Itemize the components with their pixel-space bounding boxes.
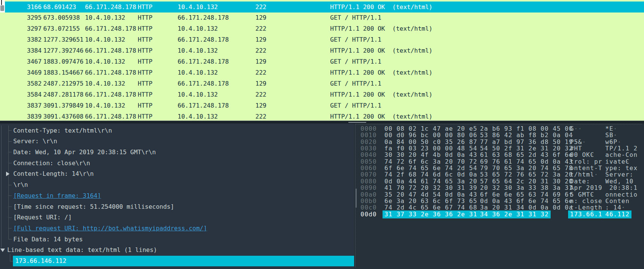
- hex-bytes: 2a b6 93 f1 08 00 45 00: [480, 126, 573, 132]
- hex-row[interactable]: 00b06e 3a 20 63 6c 6f 73 650d 0a 43 6f 6…: [361, 198, 643, 205]
- hex-row[interactable]: 004030 30 20 4f 4b 0d 0a 4361 63 68 65 2…: [361, 152, 643, 158]
- hex-bytes: 3a 20 31 34 0d 0a 0d 0a: [480, 205, 573, 211]
- pane-splitter-handle[interactable]: [348, 122, 366, 123]
- tree-item[interactable]: [Request in frame: 3164]: [0, 190, 354, 201]
- tree-item-label: Content-Length: 14\r\n: [13, 171, 94, 177]
- expander-collapsed-icon[interactable]: [6, 172, 9, 176]
- tree-scrollbar-thumb[interactable]: [356, 189, 357, 208]
- tree-item-label: File Data: 14 bytes: [13, 236, 83, 242]
- hex-ascii: ache-Con: [605, 152, 638, 158]
- selected-value-label: 173.66.146.112: [15, 258, 66, 264]
- hex-ascii: ····G· ·: [570, 126, 578, 132]
- tree-item[interactable]: Date: Wed, 10 Apr 2019 20:38:15 GMT\r\n: [0, 147, 354, 158]
- packet-cell-info: HTTP/1.1 200 OK (text/html): [330, 114, 433, 120]
- packet-cell-protocol: HTTP: [138, 4, 153, 10]
- packet-cell-protocol: HTTP: [138, 48, 153, 54]
- packet-cell-length: 222: [255, 48, 266, 54]
- expander-expanded-icon[interactable]: [0, 249, 5, 252]
- nonprintable-dot: ·: [625, 159, 630, 165]
- hex-ascii: : 14····: [605, 205, 622, 211]
- tree-item-label: Connection: close\r\n: [13, 160, 90, 166]
- hex-row[interactable]: 009041 70 72 20 32 30 31 3920 32 30 3a 3…: [361, 185, 643, 191]
- hex-ascii: 46.112: [603, 210, 631, 218]
- nonprintable-dot: ·: [590, 192, 594, 198]
- tree-branch-tick: [8, 185, 12, 185]
- hex-offset: 0030: [361, 145, 377, 152]
- packet-cell-time: 1883.097476: [43, 59, 83, 65]
- packet-cell-protocol: HTTP: [138, 37, 153, 43]
- packet-cell-protocol: HTTP: [138, 81, 153, 87]
- packet-row[interactable]: 33841277.39274666.171.248.178HTTP10.4.10…: [0, 45, 644, 56]
- packet-cell-protocol: HTTP: [138, 26, 153, 32]
- hex-row[interactable]: 00d031 37 33 2e 36 36 2e 3134 36 2e 31 3…: [361, 211, 643, 218]
- packet-row[interactable]: 34671883.09747610.4.10.132HTTP66.171.248…: [0, 56, 644, 67]
- packet-cell-no: 3297: [27, 26, 42, 32]
- hex-row[interactable]: 0030fa f0 03 23 00 00 48 5454 50 2f 31 2…: [361, 145, 643, 152]
- packet-row[interactable]: 38393091.43760866.171.248.178HTTP10.4.10…: [0, 111, 644, 122]
- packet-cell-destination: 66.171.248.178: [178, 81, 229, 87]
- tree-item[interactable]: \r\n: [0, 180, 354, 191]
- packet-cell-source: 10.4.10.132: [85, 59, 125, 65]
- hex-row[interactable]: 00200a 84 00 50 c0 35 26 8777 a7 bd 97 3…: [361, 139, 643, 145]
- hex-bytes: fa f0 03 23 00 00 48 54: [384, 145, 477, 152]
- nonprintable-dot: ·: [570, 139, 574, 145]
- packet-row[interactable]: 316668.69142366.171.248.178HTTP10.4.10.1…: [0, 2, 644, 13]
- packet-cell-protocol: HTTP: [138, 70, 153, 76]
- tree-item-label: Server: \r\n: [13, 138, 57, 144]
- packet-list-pane[interactable]: 316668.69142366.171.248.178HTTP10.4.10.1…: [0, 0, 644, 121]
- tree-item[interactable]: Content-Type: text/html\r\n: [0, 125, 354, 136]
- tree-item[interactable]: Connection: close\r\n: [0, 158, 354, 169]
- tree-branch-tick: [8, 217, 12, 218]
- hex-offset: 0060: [361, 165, 377, 171]
- hex-bytes: 79 70 65 3a 20 74 65 78: [480, 165, 573, 171]
- packet-cell-time: 673.005938: [43, 15, 80, 21]
- packet-row[interactable]: 35822487.21297510.4.10.132HTTP66.171.248…: [0, 78, 644, 89]
- hex-row[interactable]: 007074 2f 68 74 6d 6c 0d 0a53 65 72 76 6…: [361, 171, 643, 178]
- tree-item-link[interactable]: [Request in frame: 3164]: [13, 193, 101, 199]
- packet-row[interactable]: 3295673.00593810.4.10.132HTTP66.171.248.…: [0, 13, 644, 23]
- packet-cell-no: 3582: [27, 81, 42, 87]
- nonprintable-dot: ·: [594, 172, 598, 178]
- packet-cell-length: 222: [255, 26, 266, 32]
- tree-item[interactable]: [Time since request: 51.254000 milliseco…: [0, 201, 354, 212]
- packet-cell-protocol: HTTP: [138, 114, 153, 120]
- hex-ascii: 5 GMT··C: [570, 192, 594, 198]
- hex-row[interactable]: 00a035 20 47 4d 54 0d 0a 436f 6e 6e 65 6…: [361, 191, 643, 198]
- packet-cell-source: 10.4.10.132: [85, 103, 125, 109]
- nonprintable-dot: ·: [613, 139, 617, 145]
- packet-cell-destination: 66.171.248.178: [178, 37, 229, 43]
- tree-item[interactable]: Server: \r\n: [0, 136, 354, 147]
- hex-ascii: t/html··: [570, 172, 594, 178]
- tree-item[interactable]: File Data: 14 bytes: [0, 234, 354, 245]
- tree-selected-value-row[interactable]: 173.66.146.112: [13, 256, 354, 266]
- packet-cell-length: 129: [255, 103, 266, 109]
- hex-bytes: 74 72 6f 6c 3a 20 70 72: [384, 159, 477, 165]
- tree-item[interactable]: [Request URI: /]: [0, 212, 354, 223]
- hex-bytes: 77 a7 bd 97 36 d8 50 19: [480, 139, 573, 145]
- hex-bytes: 69 76 61 74 65 0d 0a 43: [480, 159, 573, 165]
- packet-row[interactable]: 38373091.37984910.4.10.132HTTP66.171.248…: [0, 100, 644, 111]
- tree-item[interactable]: Content-Length: 14\r\n: [0, 169, 354, 180]
- packet-cell-time: 68.691423: [43, 4, 76, 10]
- packet-row[interactable]: 3297673.07215566.171.248.178HTTP10.4.10.…: [0, 23, 644, 34]
- tree-item[interactable]: Line-based text data: text/html (1 lines…: [0, 245, 354, 256]
- packet-cell-info: HTTP/1.1 200 OK (text/html): [330, 48, 433, 54]
- packet-row[interactable]: 33821277.32965110.4.10.132HTTP66.171.248…: [0, 34, 644, 45]
- packet-row[interactable]: 34691883.15466766.171.248.178HTTP10.4.10…: [0, 67, 644, 78]
- tree-item-link[interactable]: [Full request URI: http://bot.whatismyip…: [13, 225, 207, 231]
- packet-cell-no: 3166: [27, 4, 42, 10]
- hex-row[interactable]: 000000 08 02 1c 47 ae 20 e52a b6 93 f1 0…: [361, 125, 643, 132]
- tree-item[interactable]: [Full request URI: http://bot.whatismyip…: [0, 223, 354, 234]
- hex-row[interactable]: 00606f 6e 74 65 6e 74 2d 5479 70 65 3a 2…: [361, 165, 643, 172]
- hex-ascii: ontent-T: [570, 165, 602, 171]
- tree-branch-tick: [8, 163, 12, 163]
- packet-cell-time: 2487.212975: [43, 81, 83, 87]
- packet-row[interactable]: 35842487.28117866.171.248.178HTTP10.4.10…: [0, 89, 644, 100]
- hex-offset: 0000: [361, 126, 377, 132]
- hex-row[interactable]: 00800d 0a 44 61 74 65 3a 2057 65 64 2c 2…: [361, 178, 643, 185]
- packet-cell-info: GET / HTTP/1.1: [330, 103, 381, 109]
- hex-row[interactable]: 005074 72 6f 6c 3a 20 70 7269 76 61 74 6…: [361, 158, 643, 165]
- hex-row[interactable]: 001000 d0 96 bc 00 00 80 0653 86 42 ab f…: [361, 132, 643, 139]
- nonprintable-dot: ·: [617, 139, 622, 145]
- hex-offset: 0040: [361, 152, 377, 158]
